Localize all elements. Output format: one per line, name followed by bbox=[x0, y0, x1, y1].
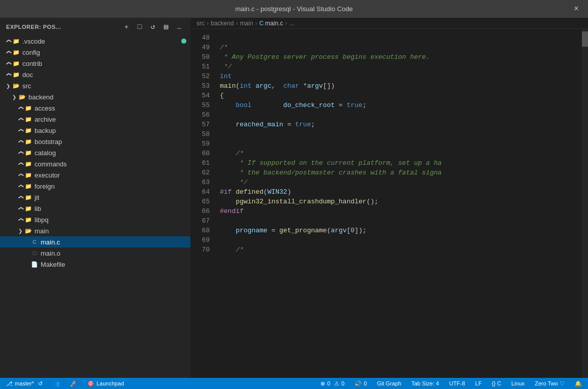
tree-item-main-c[interactable]: ❯ C main.c bbox=[0, 236, 190, 247]
breadcrumb-backend[interactable]: backend bbox=[211, 20, 234, 27]
label-config: config bbox=[22, 49, 40, 56]
code-line: progname = get_progname(argv[0]); bbox=[220, 226, 582, 235]
tree-item-commands[interactable]: ❯ 📁 commands bbox=[0, 158, 190, 169]
status-info[interactable]: 🔊 0 bbox=[352, 378, 369, 389]
breadcrumb-dots[interactable]: ... bbox=[289, 20, 294, 27]
line-number: 61 bbox=[194, 158, 210, 168]
label-makefile: Makefile bbox=[41, 261, 65, 268]
tree-item-src[interactable]: ❯ 📂 src bbox=[0, 80, 190, 91]
arrow-access: ❯ bbox=[16, 104, 24, 112]
status-theme[interactable]: Zero Two ♡ bbox=[533, 378, 567, 389]
tree-item-main[interactable]: ❯ 📂 main bbox=[0, 225, 190, 236]
editor-area: src › backend › main › C main.c › ... 48… bbox=[190, 18, 588, 378]
sidebar: EXPLORER: POS... ＋ □ ↺ ▤ … ❯ 📁 .vscode ❯… bbox=[0, 18, 190, 378]
bell-icon: 🔔 bbox=[575, 380, 582, 387]
main-content: EXPLORER: POS... ＋ □ ↺ ▤ … ❯ 📁 .vscode ❯… bbox=[0, 18, 588, 378]
status-people[interactable]: 👥 bbox=[51, 378, 62, 389]
arrow-backup: ❯ bbox=[16, 126, 24, 134]
status-bar: ⎇ master* ↺ 👥 🚀 🎯 Launchpad ⊗ 0 ⚠ 0 🔊 0 … bbox=[0, 378, 588, 389]
status-launchpad[interactable]: 🎯 Launchpad bbox=[85, 378, 126, 389]
tree-item-makefile[interactable]: ❯ 📄 Makefile bbox=[0, 259, 190, 270]
language-label: {} C bbox=[492, 380, 501, 386]
folder-icon-executor: 📁 bbox=[24, 171, 32, 179]
new-folder-icon[interactable]: □ bbox=[135, 22, 145, 32]
tree-item-libpq[interactable]: ❯ 📁 libpq bbox=[0, 214, 190, 225]
tree-item-contrib[interactable]: ❯ 📁 contrib bbox=[0, 58, 190, 69]
code-line: /* bbox=[220, 149, 582, 158]
tree-item-vscode[interactable]: ❯ 📁 .vscode bbox=[0, 36, 190, 47]
tree-item-catalog[interactable]: ❯ 📁 catalog bbox=[0, 147, 190, 158]
tree-item-bootstrap[interactable]: ❯ 📁 bootstrap bbox=[0, 136, 190, 147]
breadcrumb-c-icon: C bbox=[259, 20, 264, 27]
tree-item-config[interactable]: ❯ 📁 config bbox=[0, 47, 190, 58]
line-number: 66 bbox=[194, 206, 210, 216]
tree-item-backend[interactable]: ❯ 📂 backend bbox=[0, 91, 190, 102]
status-rocket[interactable]: 🚀 bbox=[68, 378, 79, 389]
code-content[interactable]: /* * Any Postgres server process begins … bbox=[216, 29, 582, 378]
code-line: */ bbox=[220, 62, 582, 72]
arrow-contrib: ❯ bbox=[4, 59, 12, 67]
launchpad-label: Launchpad bbox=[96, 380, 124, 386]
tree-item-backup[interactable]: ❯ 📁 backup bbox=[0, 125, 190, 136]
label-src: src bbox=[22, 82, 31, 90]
label-bootstrap: bootstrap bbox=[35, 138, 62, 146]
explorer-header: EXPLORER: POS... ＋ □ ↺ ▤ … bbox=[0, 18, 190, 36]
status-git-graph[interactable]: Git Graph bbox=[375, 378, 404, 389]
tree-item-main-o[interactable]: ❯ □ main.o bbox=[0, 247, 190, 259]
status-errors[interactable]: ⊗ 0 ⚠ 0 bbox=[318, 378, 346, 389]
code-line bbox=[220, 216, 582, 226]
refresh-icon[interactable]: ↺ bbox=[148, 22, 158, 32]
code-line: /* bbox=[220, 245, 582, 255]
breadcrumb-mainc[interactable]: main.c bbox=[265, 20, 283, 27]
code-line: * the backend/postmaster crashes with a … bbox=[220, 168, 582, 178]
status-tab-size[interactable]: Tab Size: 4 bbox=[409, 378, 441, 389]
collapse-icon[interactable]: ▤ bbox=[161, 22, 171, 32]
breadcrumb-src[interactable]: src bbox=[197, 20, 205, 27]
tree-item-doc[interactable]: ❯ 📁 doc bbox=[0, 69, 190, 80]
more-icon[interactable]: … bbox=[174, 22, 184, 32]
line-number: 67 bbox=[194, 216, 210, 226]
breadcrumb-main[interactable]: main bbox=[240, 20, 253, 27]
code-line bbox=[220, 139, 582, 149]
line-number: 62 bbox=[194, 168, 210, 178]
label-main: main bbox=[35, 227, 49, 235]
label-main-c: main.c bbox=[41, 238, 60, 246]
code-line: main(int argc, char *argv[]) bbox=[220, 81, 582, 91]
label-archive: archive bbox=[35, 116, 56, 123]
line-number: 70 bbox=[194, 245, 210, 255]
close-button[interactable]: × bbox=[565, 0, 588, 18]
code-line: reached_main = true; bbox=[220, 120, 582, 129]
git-branch-label: master* bbox=[15, 380, 34, 386]
warning-icon: ⚠ bbox=[334, 380, 339, 387]
tree-item-executor[interactable]: ❯ 📁 executor bbox=[0, 169, 190, 181]
status-platform[interactable]: Linux bbox=[509, 378, 527, 389]
breadcrumb: src › backend › main › C main.c › ... bbox=[190, 18, 588, 29]
file-tree: ❯ 📁 .vscode ❯ 📁 config ❯ 📁 contrib ❯ 📁 bbox=[0, 36, 190, 378]
line-number: 51 bbox=[194, 62, 210, 72]
new-file-icon[interactable]: ＋ bbox=[121, 22, 132, 32]
arrow-src: ❯ bbox=[4, 82, 12, 90]
folder-icon-vscode: 📁 bbox=[12, 37, 20, 45]
line-numbers: 4849505152535455565758596061626364656667… bbox=[190, 29, 216, 378]
obj-file-icon-main-o: □ bbox=[30, 249, 39, 257]
folder-icon-bootstrap: 📁 bbox=[24, 137, 32, 146]
code-line: /* bbox=[220, 43, 582, 52]
tab-size-label: Tab Size: 4 bbox=[411, 380, 439, 386]
tree-item-foreign[interactable]: ❯ 📁 foreign bbox=[0, 181, 190, 192]
tree-item-archive[interactable]: ❯ 📁 archive bbox=[0, 114, 190, 125]
folder-icon-archive: 📁 bbox=[24, 115, 32, 123]
status-git-branch[interactable]: ⎇ master* ↺ bbox=[4, 378, 45, 389]
status-language[interactable]: {} C bbox=[490, 378, 503, 389]
status-notifications[interactable]: 🔔 bbox=[573, 378, 584, 389]
folder-icon-backend: 📂 bbox=[18, 93, 26, 101]
tree-item-jit[interactable]: ❯ 📁 jit bbox=[0, 192, 190, 203]
tree-item-access[interactable]: ❯ 📁 access bbox=[0, 102, 190, 114]
status-eol[interactable]: LF bbox=[473, 378, 484, 389]
status-encoding[interactable]: UTF-8 bbox=[447, 378, 467, 389]
label-doc: doc bbox=[22, 71, 33, 79]
arrow-vscode: ❯ bbox=[4, 37, 12, 45]
label-contrib: contrib bbox=[22, 60, 42, 67]
line-number: 55 bbox=[194, 100, 210, 110]
folder-icon-doc: 📁 bbox=[12, 70, 20, 79]
tree-item-lib[interactable]: ❯ 📁 lib bbox=[0, 203, 190, 214]
